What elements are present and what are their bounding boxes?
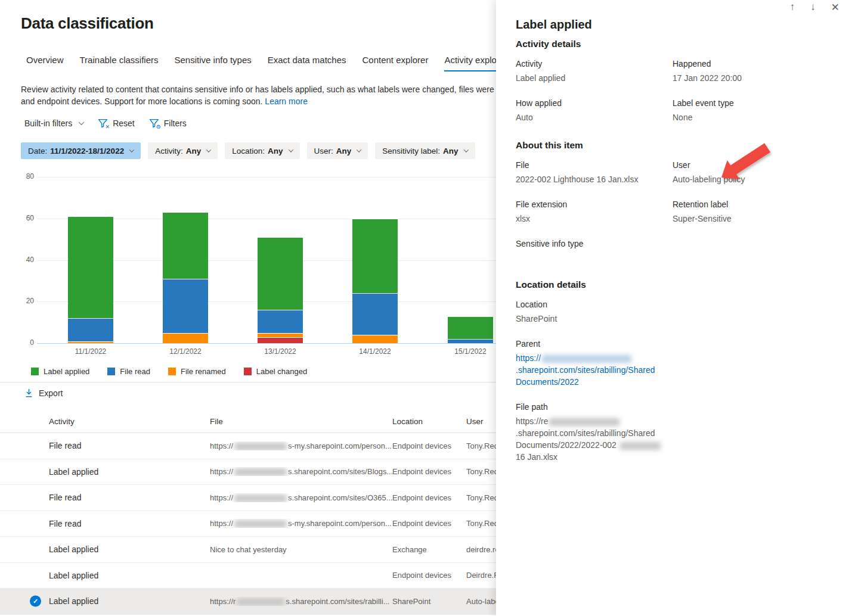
filter-pill-sensitivity-label[interactable]: Sensitivity label:Any <box>375 142 475 159</box>
field-label: Label event type <box>673 97 829 109</box>
cell-user: Tony.Redn <box>466 467 496 476</box>
filter-pill-value: Any <box>443 147 458 155</box>
learn-more-link[interactable]: Learn more <box>265 97 308 106</box>
chart-legend: Label appliedFile readFile renamedLabel … <box>31 367 307 376</box>
bar-segment-file-renamed <box>68 341 113 344</box>
tab-content-explorer[interactable]: Content explorer <box>362 55 429 71</box>
divider <box>0 382 496 382</box>
filter-pill-user[interactable]: User:Any <box>307 142 368 159</box>
filter-settings-icon: ⚙ <box>149 118 159 128</box>
redacted-blur <box>237 598 284 606</box>
field-value[interactable]: https://.sharepoint.com/sites/rabilling/… <box>516 352 673 388</box>
field-sensitive-info-type: Sensitive info type <box>516 238 673 264</box>
field-location: LocationSharePoint <box>516 298 673 325</box>
table-row[interactable]: File readhttps://s-my.sharepoint.com/per… <box>0 433 496 459</box>
table-row[interactable]: File readhttps://s-my.sharepoint.com/per… <box>0 511 496 537</box>
cell-location: Endpoint devices <box>392 519 466 528</box>
column-header-location: Location <box>392 417 466 426</box>
cell-user: Tony.Redn <box>466 519 496 528</box>
filter-pill-date[interactable]: Date:11/1/2022-18/1/2022 <box>21 142 141 159</box>
field-row: How appliedAutoLabel event typeNone <box>516 97 829 123</box>
bar-segment-label-applied <box>68 216 113 318</box>
cell-file: https://s.sharepoint.com/sites/Blogs... <box>210 467 392 476</box>
legend-label: File read <box>120 367 150 376</box>
x-axis-tick: 12/1/2022 <box>159 347 212 356</box>
cell-activity: Label applied <box>49 467 210 477</box>
field-label: Location <box>516 298 673 310</box>
field-value: Auto-labeling policy <box>673 173 829 185</box>
filter-dismiss-icon: ✕ <box>98 118 108 128</box>
table-row[interactable]: Label appliedhttps://s.sharepoint.com/si… <box>0 459 496 486</box>
filter-pill-location[interactable]: Location:Any <box>225 142 299 159</box>
field-value: None <box>673 111 829 123</box>
legend-label: File renamed <box>181 367 226 376</box>
activity-chart: 02040608011/1/202212/1/202213/1/202214/1… <box>21 171 496 363</box>
section-title-about-this-item: About this item <box>516 140 829 151</box>
filter-pill-label: Activity: <box>155 147 183 155</box>
redacted-blur <box>542 355 631 363</box>
field-label-event-type: Label event typeNone <box>673 97 829 123</box>
bar-segment-file-renamed <box>163 333 208 343</box>
table-row[interactable]: Label appliedNice to chat yesterdayExcha… <box>0 537 496 563</box>
details-panel: ↑ ↓ ✕ Label applied Activity detailsActi… <box>496 0 849 616</box>
cell-location: Endpoint devices <box>392 571 466 580</box>
filter-toolbar: Built-in filters ✕ Reset ⚙ Filters <box>24 118 187 128</box>
tab-sensitive-info-types[interactable]: Sensitive info types <box>175 55 252 71</box>
reset-button[interactable]: ✕ Reset <box>98 118 135 128</box>
y-axis-tick: 0 <box>20 338 34 347</box>
field-retention-label: Retention labelSuper-Sensitive <box>673 198 829 225</box>
tab-trainable-classifiers[interactable]: Trainable classifiers <box>80 55 159 71</box>
bar-segment-file-read <box>258 310 303 332</box>
cell-activity: Label applied <box>49 545 210 554</box>
selected-check-icon[interactable]: ✓ <box>30 596 41 607</box>
redacted-blur <box>234 443 287 450</box>
filters-button[interactable]: ⚙ Filters <box>149 118 187 128</box>
field-value: 17 Jan 2022 20:00 <box>673 72 829 84</box>
cell-location: Endpoint devices <box>392 467 466 476</box>
field-label: File extension <box>516 198 673 210</box>
field-label: File path <box>516 401 673 413</box>
filter-pill-value: 11/1/2022-18/1/2022 <box>50 147 124 155</box>
bar-segment-file-read <box>448 339 493 343</box>
cell-activity: File read <box>49 441 210 450</box>
bar-11-1-2022 <box>68 216 113 343</box>
cell-file: https://s.sharepoint.com/sites/O365... <box>210 493 392 502</box>
y-axis-tick: 40 <box>20 256 34 264</box>
legend-label: Label applied <box>44 367 89 376</box>
cell-location: Exchange <box>392 545 466 554</box>
cell-user: Tony.Redn <box>466 493 496 502</box>
tab-exact-data-matches[interactable]: Exact data matches <box>268 55 346 71</box>
table-row[interactable]: File readhttps://s.sharepoint.com/sites/… <box>0 485 496 511</box>
table-row[interactable]: Label appliedEndpoint devicesDeirdre.Re <box>0 563 496 589</box>
chevron-down-icon <box>357 147 361 152</box>
filter-pill-label: Date: <box>28 147 47 155</box>
field-value: Super-Sensitive <box>673 213 829 225</box>
field-value: Auto <box>516 111 673 123</box>
cell-location: SharePoint <box>392 597 466 606</box>
redacted-blur <box>620 442 661 450</box>
table-row[interactable]: ✓Label appliedhttps://rs.sharepoint.com/… <box>0 589 496 615</box>
x-axis-tick: 11/1/2022 <box>64 347 117 356</box>
bar-segment-file-renamed <box>352 335 398 343</box>
bar-segment-label-applied <box>448 316 493 339</box>
built-in-filters-dropdown[interactable]: Built-in filters <box>24 119 83 128</box>
section-title-activity-details: Activity details <box>516 39 829 49</box>
cell-location: Endpoint devices <box>392 441 466 450</box>
cell-activity: Label applied <box>49 596 210 606</box>
filter-pill-activity[interactable]: Activity:Any <box>148 142 218 159</box>
bar-segment-file-read <box>352 293 398 335</box>
panel-title: Label applied <box>516 18 829 32</box>
cell-user: deirdre.re <box>466 545 496 554</box>
table-header: ActivityFileLocationUser <box>0 410 496 433</box>
field-happened: Happened17 Jan 2022 20:00 <box>673 58 829 84</box>
field-activity: ActivityLabel applied <box>516 58 673 84</box>
tab-overview[interactable]: Overview <box>26 55 64 71</box>
cell-activity: File read <box>49 519 210 528</box>
filter-pill-value: Any <box>268 147 283 155</box>
field-label: Activity <box>516 58 673 70</box>
field-row: File2022-002 Lighthouse 16 Jan.xlsxUserA… <box>516 159 829 185</box>
export-button[interactable]: Export <box>24 388 63 398</box>
field-label: Retention label <box>673 198 829 210</box>
redacted-blur <box>234 494 287 502</box>
chevron-down-icon <box>288 147 293 152</box>
